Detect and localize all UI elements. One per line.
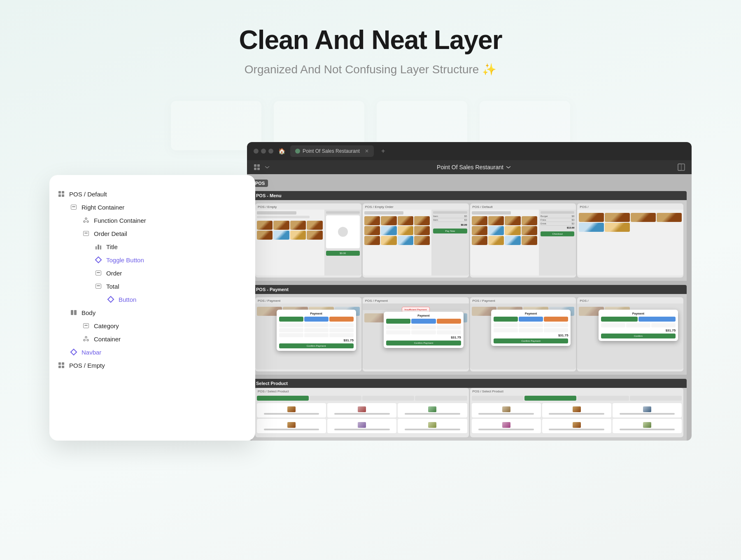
pos-right-2: Item$5 Item$3 $0.00 Pay Now (431, 210, 468, 275)
screen-pos-empty: POS / Empty (255, 203, 361, 278)
select-screen-label-2: POS / Select Product (470, 388, 684, 394)
layer-item-toggle-button[interactable]: Toggle Button (58, 253, 247, 266)
screen-pos-default: POS / Default (470, 203, 576, 278)
select-product-row: POS / Select Product (252, 388, 687, 441)
svg-point-3 (85, 336, 87, 338)
layer-item-right-container[interactable]: Right Container (58, 201, 247, 214)
browser-tab[interactable]: Point Of Sales Restaurant ✕ (290, 145, 374, 157)
grid2-icon (58, 362, 65, 369)
component2-icon (82, 335, 90, 343)
pos-left-4 (577, 210, 683, 275)
screen-pos-partial: POS / (577, 203, 683, 278)
select-product-label: Select Product (252, 379, 687, 388)
grid-toolbar-icon (254, 164, 260, 170)
payment-label-1: POS / Payment (255, 297, 361, 303)
component-dot-icon (82, 217, 90, 224)
dot-3 (268, 149, 273, 154)
payment-content-3: Payment (470, 303, 576, 369)
columns-icon (70, 309, 77, 316)
tab-title: Point Of Sales Restaurant (303, 148, 360, 154)
layer-item-order[interactable]: Order (58, 266, 247, 280)
layer-item-order-detail[interactable]: Order Detail (58, 227, 247, 240)
right-panel: 🏠 Point Of Sales Restaurant ✕ + (222, 142, 692, 441)
payment-label-4: POS / (577, 297, 683, 303)
select-product-section: Select Product POS / Select Product (252, 379, 687, 441)
layout-icon[interactable] (678, 163, 685, 171)
svg-point-0 (85, 218, 87, 219)
screen-content-4 (577, 210, 683, 275)
screen-label-1: POS / Empty (255, 203, 361, 210)
screen-label-4: POS / (577, 203, 683, 210)
add-tab-button[interactable]: + (379, 147, 388, 156)
screen-payment-4: POS / (577, 297, 683, 371)
screen-payment-2: POS / Payment Insufficient Payment (363, 297, 469, 371)
svg-rect-7 (257, 164, 260, 167)
svg-rect-8 (254, 168, 256, 170)
screen-content-1: $0.00 (255, 210, 361, 275)
frame-icon (82, 230, 90, 237)
layer-item-navbar[interactable]: Navbar (58, 345, 247, 359)
svg-rect-6 (254, 164, 256, 167)
tab-close[interactable]: ✕ (365, 148, 369, 154)
frame2-icon (95, 269, 102, 277)
toolbar-left (254, 164, 270, 170)
canvas-area: POS POS - Menu POS / Empty (247, 174, 692, 441)
menu-section-label: POS - Menu (252, 191, 687, 200)
page-title: Clean And Neat Layer (239, 25, 502, 55)
payment-screens-row: POS / Payment (252, 294, 687, 375)
screen-payment-1: POS / Payment (255, 297, 361, 371)
screen-pos-empty-order: POS / Empty Order (363, 203, 469, 278)
bars-chart-icon (95, 243, 102, 250)
layer-item-title[interactable]: Title (58, 240, 247, 253)
frame-lines-icon (70, 203, 77, 211)
svg-point-4 (84, 339, 85, 341)
layer-item-category[interactable]: Category (58, 319, 247, 332)
svg-point-2 (87, 221, 89, 222)
sparkle-icon: ✨ (482, 63, 496, 76)
payment-modal-4: Payment $31.75 (599, 310, 678, 341)
main-content: POS / Default Right Container Fu (49, 167, 692, 441)
diamond-icon (95, 256, 102, 264)
canvas-inner: POS POS - Menu POS / Empty (247, 174, 692, 441)
screen-content-3: Burger$8 Fries$3 Drink$2 $13.00 Checkout (470, 210, 576, 275)
toolbar-project: Point Of Sales Restaurant (437, 164, 511, 170)
select-screen-1: POS / Select Product (255, 388, 469, 437)
screen-label-2: POS / Empty Order (363, 203, 469, 210)
layer-item-function-container[interactable]: Function Container (58, 214, 247, 227)
home-icon[interactable]: 🏠 (278, 148, 285, 154)
browser-chrome: 🏠 Point Of Sales Restaurant ✕ + (247, 142, 692, 160)
payment-label-3: POS / Payment (470, 297, 576, 303)
screen-label-3: POS / Default (470, 203, 576, 210)
svg-point-1 (84, 221, 85, 222)
layer-item-button[interactable]: Button (58, 293, 247, 306)
screen-payment-3: POS / Payment (470, 297, 576, 371)
page-subtitle: Organized And Not Confusing Layer Struct… (239, 63, 502, 76)
layer-item-pos-default[interactable]: POS / Default (58, 187, 247, 201)
layer-item-body[interactable]: Body (58, 306, 247, 319)
pay-btn-empty: $0.00 (326, 251, 360, 256)
svg-rect-9 (257, 168, 260, 170)
payment-modal-1: Payment (277, 310, 356, 351)
pos-left-3 (470, 210, 539, 275)
svg-rect-11 (678, 164, 681, 170)
dot-1 (254, 149, 259, 154)
screen-content-2: Item$5 Item$3 $0.00 Pay Now (363, 210, 469, 275)
header-section: Clean And Neat Layer Organized And Not C… (239, 25, 502, 76)
browser-dots (254, 149, 273, 154)
toolbar-right (678, 163, 685, 171)
diamond2-icon (107, 296, 114, 303)
layer-item-container[interactable]: Container (58, 332, 247, 345)
payment-label-2: POS / Payment (363, 297, 469, 303)
payment-modal-3: Payment (491, 310, 571, 346)
payment-content-4: Payment $31.75 (577, 303, 683, 369)
project-name: Point Of Sales Restaurant (437, 164, 503, 170)
pos-menu-section: POS - Menu POS / Empty (252, 191, 687, 281)
project-chevron-icon (506, 166, 511, 169)
select-screen-label-1: POS / Select Product (255, 388, 469, 394)
layer-item-total[interactable]: Total (58, 280, 247, 293)
pos-left-empty (255, 210, 324, 275)
pos-right-3: Burger$8 Fries$3 Drink$2 $13.00 Checkout (539, 210, 576, 275)
pos-payment-section: POS - Payment POS / Payment (252, 285, 687, 375)
layer-item-pos-empty[interactable]: POS / Empty (58, 359, 247, 372)
select-screen-2: POS / Select Product (470, 388, 684, 437)
